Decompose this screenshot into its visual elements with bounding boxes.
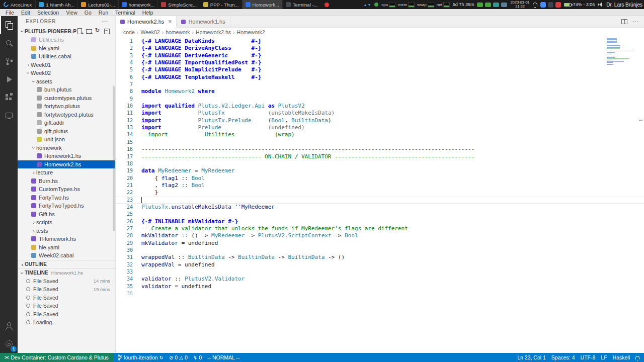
- taskbar-window[interactable]: Homework...: [242, 0, 282, 9]
- tree-folder-week02[interactable]: ›Week02: [18, 69, 115, 77]
- tree-file-hie.yaml[interactable]: hie.yaml: [18, 243, 115, 252]
- breadcrumb-item[interactable]: Homework2: [237, 29, 265, 35]
- tree-file-utilities.cabal[interactable]: Utilities.cabal: [18, 52, 115, 61]
- tree-file-fortytwo.hs[interactable]: FortyTwo.hs: [18, 194, 115, 202]
- tree-file-burn.plutus[interactable]: burn.plutus: [18, 85, 115, 94]
- search-icon[interactable]: [0, 34, 18, 52]
- tree-file-gift.plutus[interactable]: gift.plutus: [18, 127, 115, 136]
- timeline-section[interactable]: › TIMELINE Homework1.hs: [18, 268, 115, 277]
- taskbar-window[interactable]: homework...: [118, 0, 158, 9]
- menu-item-selection[interactable]: Selection: [34, 10, 62, 16]
- browser-icon[interactable]: [540, 2, 546, 8]
- project-header[interactable]: › PLUTUS-PIONEER-PROG...: [18, 26, 115, 36]
- extensions-icon[interactable]: [0, 88, 18, 107]
- tree-file-unit.json[interactable]: unit.json: [18, 135, 115, 144]
- timeline-entry[interactable]: File Saved: [18, 302, 115, 310]
- outline-section[interactable]: › OUTLINE: [18, 260, 115, 268]
- source-control-icon[interactable]: [0, 52, 18, 70]
- language-indicator[interactable]: Haskell: [613, 354, 630, 360]
- minimap[interactable]: [607, 38, 636, 66]
- encoding-indicator[interactable]: UTF-8: [581, 354, 596, 360]
- ports-indicator[interactable]: ↯ 0: [193, 354, 202, 360]
- menu-item-terminal[interactable]: Terminal: [112, 10, 139, 16]
- menu-item-view[interactable]: View: [62, 10, 81, 16]
- collapse-all-icon[interactable]: [104, 28, 110, 34]
- editor-tab[interactable]: Homework2.hs×: [116, 16, 177, 28]
- more-actions-icon[interactable]: ⋯: [102, 18, 108, 25]
- breadcrumb-item[interactable]: Homework2.hs: [196, 29, 231, 35]
- system-monitor-swap[interactable]: swap: [417, 2, 434, 8]
- tree-file-customtypes.hs[interactable]: CustomTypes.hs: [18, 185, 115, 194]
- tree-folder-week01[interactable]: ›Week01: [18, 61, 115, 69]
- display-icon[interactable]: [548, 2, 553, 8]
- tree-file-burn.hs[interactable]: Burn.hs: [18, 177, 115, 186]
- system-monitor-net[interactable]: net: [437, 2, 450, 8]
- problems-indicator[interactable]: ⊘ 0 △ 0: [169, 354, 188, 360]
- explorer-icon[interactable]: [0, 16, 18, 34]
- tree-file-week02.cabal[interactable]: Week02.cabal: [18, 251, 115, 260]
- line-number: 17: [116, 153, 133, 160]
- menu-item-help[interactable]: Help: [139, 10, 157, 16]
- breadcrumb-item[interactable]: Week02: [140, 29, 159, 35]
- editor-tab[interactable]: Homework1.hs: [177, 16, 230, 27]
- timeline-entry[interactable]: Loading...: [18, 318, 115, 327]
- tree-file-customtypes.plutus[interactable]: customtypes.plutus: [18, 94, 115, 103]
- timeline-entry[interactable]: File Saved: [18, 294, 115, 302]
- git-branch-indicator[interactable]: fourth-iteration ↻: [118, 354, 164, 360]
- account-icon[interactable]: [0, 317, 18, 335]
- taskbar-window[interactable]: Lecture02-...: [77, 0, 118, 9]
- menu-item-run[interactable]: Run: [95, 10, 112, 16]
- timeline-entry[interactable]: File Saved14 mins: [18, 277, 115, 286]
- timeline-entry[interactable]: File Saved19 mins: [18, 285, 115, 294]
- tree-file-thomework.hs[interactable]: THomework.hs: [18, 235, 115, 243]
- cursor-position[interactable]: Ln 23, Col 1: [517, 354, 546, 360]
- refresh-icon[interactable]: [95, 28, 101, 34]
- tree-file-fortytwotyped.plutus[interactable]: fortytwotyped.plutus: [18, 111, 115, 119]
- tree-folder-lecture[interactable]: ›lecture: [18, 168, 115, 177]
- volume-icon[interactable]: [598, 2, 603, 7]
- editor-more-actions-icon[interactable]: ⋯: [632, 18, 638, 25]
- close-tab-icon[interactable]: ×: [168, 19, 172, 25]
- tree-file-fortytwotyped.hs[interactable]: FortyTwoTyped.hs: [18, 202, 115, 210]
- sidebar-scrollbar[interactable]: [113, 85, 115, 231]
- timeline-entry[interactable]: File Saved: [18, 310, 115, 319]
- tree-folder-scripts[interactable]: ›scripts: [18, 218, 115, 227]
- tree-file-hie.yaml[interactable]: hie.yaml: [18, 44, 115, 53]
- eol-indicator[interactable]: LF: [601, 354, 607, 360]
- breadcrumb-item[interactable]: homework: [166, 29, 190, 35]
- breadcrumb-item[interactable]: code: [123, 29, 135, 35]
- remote-explorer-icon[interactable]: [0, 107, 18, 125]
- tree-file-gift.hs[interactable]: Gift.hs: [18, 210, 115, 219]
- menu-item-file[interactable]: File: [2, 10, 18, 16]
- app-launcher[interactable]: ArcoLinux: [0, 0, 35, 9]
- bell-icon[interactable]: [635, 356, 639, 359]
- menu-item-go[interactable]: Go: [81, 10, 95, 16]
- taskbar-window[interactable]: PPP - Thun...: [200, 0, 242, 9]
- tree-file-gift.addr[interactable]: gift.addr: [18, 119, 115, 127]
- tree-file-homework2.hs[interactable]: Homework2.hs: [18, 160, 115, 169]
- settings-icon[interactable]: 1: [0, 335, 18, 353]
- tree-folder-tests[interactable]: ›tests: [18, 227, 115, 235]
- tree-file-homework1.hs[interactable]: Homework1.hs: [18, 152, 115, 160]
- vim-mode-indicator[interactable]: -- NORMAL --: [207, 354, 239, 360]
- taskbar-window[interactable]: 1 Niamh Ah...: [35, 0, 77, 9]
- recorder-icon[interactable]: [555, 2, 561, 8]
- split-editor-icon[interactable]: [621, 19, 627, 24]
- indentation-indicator[interactable]: Spaces: 4: [551, 354, 575, 360]
- new-folder-icon[interactable]: [86, 28, 92, 34]
- tree-folder-homework[interactable]: ›homework: [18, 144, 115, 152]
- taskbar-window[interactable]: Terminal -...: [282, 0, 321, 9]
- clock[interactable]: 2023-03-01 21:32: [510, 1, 529, 9]
- tree-file-utilities.hs[interactable]: Utilities.hs: [18, 36, 115, 44]
- tree-file-fortytwo.plutus[interactable]: fortytwo.plutus: [18, 102, 115, 111]
- menu-item-edit[interactable]: Edit: [18, 10, 34, 16]
- run-debug-icon[interactable]: [0, 70, 18, 88]
- code-editor[interactable]: 1{-# LANGUAGE DataKinds #-}2{-# LANGUAGE…: [116, 36, 644, 353]
- notifications-bell-icon[interactable]: [533, 3, 537, 7]
- remote-indicator[interactable]: >< Dev Container: Custom Cardano & Plutu…: [0, 353, 113, 362]
- new-file-icon[interactable]: [76, 28, 83, 34]
- system-monitor-cpu[interactable]: cpu: [381, 2, 395, 8]
- system-monitor-mem[interactable]: mem: [398, 2, 415, 8]
- tree-folder-assets[interactable]: ›assets: [18, 77, 115, 86]
- taskbar-window[interactable]: SimpleScre...: [157, 0, 200, 9]
